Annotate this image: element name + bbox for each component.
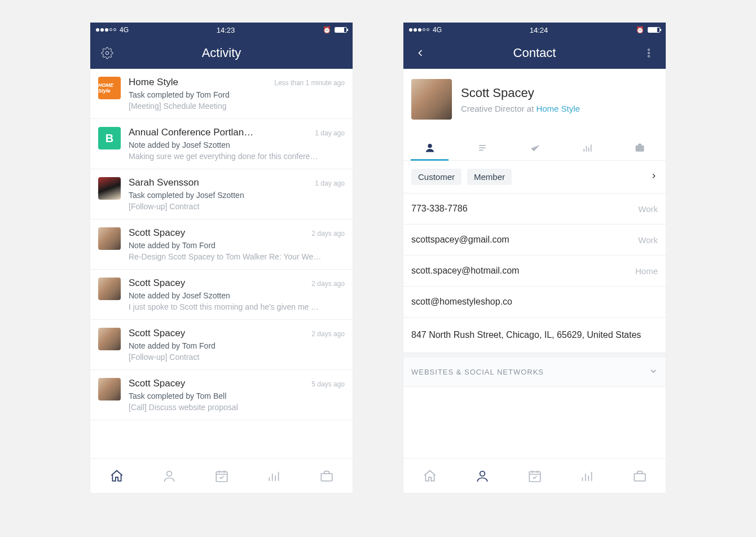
section-tab-stats[interactable]	[561, 135, 613, 160]
activity-title: Scott Spacey	[129, 328, 185, 339]
activity-meta: [Follow-up] Contract	[129, 353, 345, 362]
nav-bar: Activity	[90, 37, 353, 69]
status-left: 4G	[96, 26, 129, 34]
activity-meta: Re-Design Scott Spacey to Tom Walker Re:…	[129, 252, 345, 261]
svg-rect-11	[636, 146, 643, 151]
status-bar: 4G 14:23 ⏰	[90, 23, 353, 37]
status-left: 4G	[409, 26, 442, 34]
contact-section-tabs	[403, 135, 666, 161]
clock: 14:23	[129, 26, 323, 34]
activity-row[interactable]: HOME Style Home Style Less than 1 minute…	[90, 69, 353, 119]
contact-info-row[interactable]: scott.spacey@hotmail.comHome	[403, 256, 666, 287]
activity-screen: 4G 14:23 ⏰ Activity HOME Style Home Styl…	[90, 23, 353, 493]
gear-icon	[101, 47, 113, 59]
alarm-icon: ⏰	[323, 26, 331, 34]
info-value: scott.spacey@hotmail.com	[411, 266, 519, 276]
activity-subtitle: Task completed by Tom Bell	[129, 391, 345, 400]
tab-contacts[interactable]	[143, 459, 195, 493]
avatar: B	[98, 127, 121, 149]
contact-info-row[interactable]: 773-338-7786Work	[403, 193, 666, 225]
avatar: HOME Style	[98, 77, 121, 99]
activity-title: Home Style	[129, 77, 178, 88]
profile-header: Scott Spacey Creative Director at Home S…	[403, 69, 666, 130]
activity-time: 1 day ago	[315, 179, 345, 187]
tab-case[interactable]	[300, 459, 353, 493]
tags-row[interactable]: Customer Member	[403, 161, 666, 193]
activity-time: 1 day ago	[315, 129, 345, 137]
more-vertical-icon	[643, 47, 654, 59]
activity-subtitle: Note added by Tom Ford	[129, 241, 345, 250]
info-label: Work	[638, 235, 658, 245]
activity-meta: I just spoke to Scott this morning and h…	[129, 302, 345, 311]
tab-home[interactable]	[403, 459, 456, 493]
tab-stats[interactable]	[561, 459, 613, 493]
svg-rect-14	[634, 473, 645, 481]
tab-calendar[interactable]	[508, 459, 561, 493]
tab-home[interactable]	[90, 459, 143, 493]
activity-row[interactable]: B Annual Conference Portlan… 1 day ago N…	[90, 119, 353, 169]
activity-title: Scott Spacey	[129, 378, 185, 389]
activity-meta: [Meeting] Schedule Meeting	[129, 102, 345, 111]
address-row[interactable]: 847 North Rush Street, Chicago, IL, 6562…	[403, 318, 666, 353]
tab-case[interactable]	[613, 459, 666, 493]
section-tab-notes[interactable]	[456, 135, 508, 160]
activity-list[interactable]: HOME Style Home Style Less than 1 minute…	[90, 69, 353, 458]
avatar	[98, 278, 121, 300]
info-label: Home	[635, 266, 658, 276]
contact-screen: 4G 14:24 ⏰ Contact Scott Spacey Creative…	[403, 23, 666, 493]
svg-point-7	[428, 144, 432, 148]
status-bar: 4G 14:24 ⏰	[403, 23, 666, 37]
activity-meta: [Call] Discuss website proposal	[129, 403, 345, 412]
network-indicator: 4G	[433, 26, 442, 34]
activity-row[interactable]: Scott Spacey 2 days ago Note added by To…	[90, 219, 353, 270]
alarm-icon: ⏰	[636, 26, 644, 34]
svg-point-5	[648, 52, 650, 54]
avatar	[98, 328, 121, 350]
more-button[interactable]	[640, 47, 658, 59]
info-value: 773-338-7786	[411, 204, 468, 214]
tab-calendar[interactable]	[195, 459, 248, 493]
info-value: scottspacey@gmail.com	[411, 235, 509, 245]
back-button[interactable]	[411, 47, 429, 59]
section-tab-profile[interactable]	[403, 135, 456, 160]
status-right: ⏰	[636, 26, 660, 34]
avatar	[98, 177, 121, 200]
battery-icon	[335, 27, 347, 33]
tab-stats[interactable]	[248, 459, 300, 493]
clock: 14:24	[442, 26, 636, 34]
info-value: scott@homestyleshop.co	[411, 297, 512, 307]
svg-rect-13	[529, 472, 540, 481]
websites-section-header[interactable]: WEBSITES & SOCIAL NETWORKS	[403, 353, 666, 387]
activity-row[interactable]: Scott Spacey 5 days ago Task completed b…	[90, 370, 353, 420]
tab-contacts[interactable]	[456, 459, 508, 493]
avatar[interactable]	[411, 79, 452, 120]
company-link[interactable]: Home Style	[536, 104, 580, 113]
activity-row[interactable]: Scott Spacey 2 days ago Note added by Jo…	[90, 270, 353, 320]
activity-meta: Making sure we get everything done for t…	[129, 152, 345, 161]
activity-subtitle: Note added by Josef Szotten	[129, 291, 345, 300]
activity-time: Less than 1 minute ago	[274, 79, 345, 87]
contact-name: Scott Spacey	[461, 86, 580, 100]
activity-row[interactable]: Scott Spacey 2 days ago Note added by To…	[90, 320, 353, 370]
network-indicator: 4G	[120, 26, 129, 34]
contact-info-row[interactable]: scottspacey@gmail.comWork	[403, 225, 666, 256]
activity-title: Scott Spacey	[129, 278, 185, 289]
svg-point-0	[106, 51, 109, 55]
page-title: Activity	[116, 46, 327, 60]
tag-customer[interactable]: Customer	[411, 169, 461, 185]
svg-point-1	[166, 471, 172, 476]
section-tab-tasks[interactable]	[508, 135, 561, 160]
contact-role: Creative Director at Home Style	[461, 104, 580, 113]
battery-icon	[648, 27, 660, 33]
tag-member[interactable]: Member	[467, 169, 512, 185]
activity-row[interactable]: Sarah Svensson 1 day ago Task completed …	[90, 169, 353, 219]
settings-button[interactable]	[98, 47, 116, 59]
svg-rect-3	[321, 473, 332, 481]
svg-point-12	[480, 471, 485, 476]
activity-time: 5 days ago	[311, 380, 345, 388]
section-tab-deals[interactable]	[613, 135, 666, 160]
activity-subtitle: Task completed by Josef Szotten	[129, 191, 345, 200]
contact-info-row[interactable]: scott@homestyleshop.co	[403, 287, 666, 318]
activity-subtitle: Note added by Josef Szotten	[129, 140, 345, 149]
activity-title: Annual Conference Portlan…	[129, 127, 253, 138]
